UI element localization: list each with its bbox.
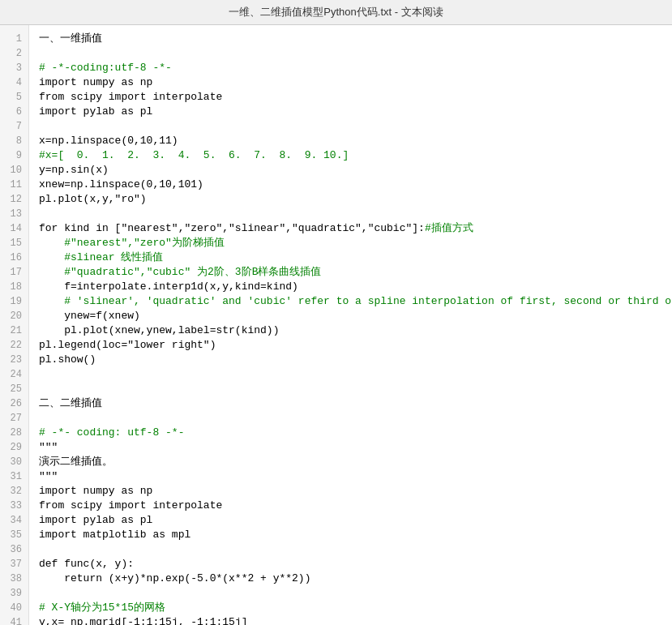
line-numbers: 1234567891011121314151617181920212223242… — [0, 25, 29, 625]
line-number: 35 — [0, 528, 28, 542]
line-number: 2 — [0, 46, 28, 61]
line-number: 9 — [0, 148, 28, 163]
code-line: def func(x, y): — [39, 557, 672, 571]
code-line: # 'slinear', 'quadratic' and 'cubic' ref… — [39, 294, 672, 309]
code-line: #x=[ 0. 1. 2. 3. 4. 5. 6. 7. 8. 9. 10.] — [39, 148, 672, 163]
code-line: xnew=np.linspace(0,10,101) — [39, 178, 672, 192]
line-number: 18 — [0, 280, 28, 294]
line-number: 36 — [0, 542, 28, 557]
code-line — [39, 586, 672, 601]
line-number: 8 — [0, 134, 28, 148]
line-number: 31 — [0, 469, 28, 484]
line-number: 16 — [0, 250, 28, 265]
line-number: 30 — [0, 455, 28, 469]
code-line: # -*- coding: utf-8 -*- — [39, 426, 672, 440]
code-line: for kind in ["nearest","zero","slinear",… — [39, 221, 672, 236]
code-content[interactable]: 一、一维插值 # -*-coding:utf-8 -*-import numpy… — [29, 25, 672, 625]
editor-container: 1234567891011121314151617181920212223242… — [0, 25, 672, 625]
line-number: 6 — [0, 105, 28, 119]
line-number: 3 — [0, 61, 28, 75]
code-line: #"quadratic","cubic" 为2阶、3阶B样条曲线插值 — [39, 265, 672, 280]
line-number: 21 — [0, 323, 28, 338]
line-number: 20 — [0, 309, 28, 323]
code-line — [39, 207, 672, 221]
code-line: pl.show() — [39, 353, 672, 367]
line-number: 39 — [0, 586, 28, 601]
code-line: y=np.sin(x) — [39, 163, 672, 178]
line-number: 29 — [0, 440, 28, 455]
line-number: 38 — [0, 571, 28, 586]
code-line: x=np.linspace(0,10,11) — [39, 134, 672, 148]
code-line: return (x+y)*np.exp(-5.0*(x**2 + y**2)) — [39, 571, 672, 586]
line-number: 10 — [0, 163, 28, 178]
line-number: 4 — [0, 75, 28, 90]
line-number: 1 — [0, 32, 28, 46]
code-line: import numpy as np — [39, 484, 672, 499]
line-number: 24 — [0, 367, 28, 382]
line-number: 13 — [0, 207, 28, 221]
code-line: #slinear 线性插值 — [39, 250, 672, 265]
line-number: 22 — [0, 338, 28, 353]
line-number: 41 — [0, 615, 28, 625]
line-number: 25 — [0, 382, 28, 396]
window-title: 一维、二维插值模型Python代码.txt - 文本阅读 — [229, 6, 443, 18]
line-number: 33 — [0, 499, 28, 513]
code-line: from scipy import interpolate — [39, 499, 672, 513]
code-line: 一、一维插值 — [39, 32, 672, 46]
line-number: 34 — [0, 513, 28, 528]
code-line: ynew=f(xnew) — [39, 309, 672, 323]
code-line — [39, 411, 672, 426]
line-number: 28 — [0, 426, 28, 440]
line-number: 17 — [0, 265, 28, 280]
code-line: import pylab as pl — [39, 105, 672, 119]
code-line: """ — [39, 440, 672, 455]
line-number: 11 — [0, 178, 28, 192]
line-number: 23 — [0, 353, 28, 367]
code-line: pl.plot(xnew,ynew,label=str(kind)) — [39, 323, 672, 338]
line-number: 14 — [0, 221, 28, 236]
title-bar: 一维、二维插值模型Python代码.txt - 文本阅读 — [0, 0, 672, 25]
code-line: import matplotlib as mpl — [39, 528, 672, 542]
line-number: 26 — [0, 396, 28, 411]
code-line: 二、二维插值 — [39, 396, 672, 411]
line-number: 27 — [0, 411, 28, 426]
line-number: 40 — [0, 601, 28, 615]
line-number: 15 — [0, 236, 28, 250]
code-line: pl.legend(loc="lower right") — [39, 338, 672, 353]
code-line — [39, 367, 672, 382]
code-line: #"nearest","zero"为阶梯插值 — [39, 236, 672, 250]
line-number: 32 — [0, 484, 28, 499]
code-line — [39, 119, 672, 134]
code-line: import pylab as pl — [39, 513, 672, 528]
code-line: 演示二维插值。 — [39, 455, 672, 469]
code-line: # -*-coding:utf-8 -*- — [39, 61, 672, 75]
line-number: 12 — [0, 192, 28, 207]
line-number: 19 — [0, 294, 28, 309]
code-line: # X-Y轴分为15*15的网格 — [39, 601, 672, 615]
code-line: y,x= np.mgrid[-1:1:15j, -1:1:15j] — [39, 615, 672, 625]
code-line: """ — [39, 469, 672, 484]
code-line — [39, 46, 672, 61]
line-number: 37 — [0, 557, 28, 571]
line-number: 5 — [0, 90, 28, 105]
code-line: from scipy import interpolate — [39, 90, 672, 105]
code-line: import numpy as np — [39, 75, 672, 90]
code-line — [39, 542, 672, 557]
line-number: 7 — [0, 119, 28, 134]
code-line — [39, 382, 672, 396]
code-line: pl.plot(x,y,"ro") — [39, 192, 672, 207]
code-line: f=interpolate.interp1d(x,y,kind=kind) — [39, 280, 672, 294]
